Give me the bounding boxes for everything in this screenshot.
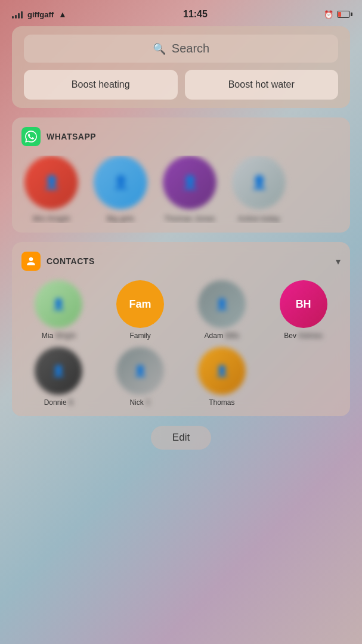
contact-bev[interactable]: BH Bev Holmes bbox=[266, 280, 341, 340]
contact-name-adam: Adam Mills bbox=[205, 332, 240, 340]
contacts-icon bbox=[21, 252, 41, 271]
avatar-thomas: 👤 bbox=[198, 347, 246, 395]
search-bar[interactable]: 🔍 Search bbox=[24, 35, 338, 63]
quick-actions: Boost heating Boost hot water bbox=[24, 70, 338, 100]
battery-body bbox=[337, 11, 350, 18]
carrier-label: giffgaff bbox=[27, 10, 54, 19]
wa-contact-name-2: Big girls bbox=[107, 214, 134, 223]
avatar-adam: 👤 bbox=[198, 280, 246, 328]
wa-avatar-3: 👤 bbox=[163, 156, 216, 209]
avatar-nick: 👤 bbox=[116, 347, 164, 395]
wa-avatar-placeholder-3: 👤 bbox=[163, 156, 216, 209]
thomas-avatar-content: 👤 bbox=[215, 364, 228, 377]
contact-name-bev: Bev Holmes bbox=[284, 332, 323, 340]
family-avatar-content: Fam bbox=[129, 298, 151, 311]
alarm-icon: ⏰ bbox=[324, 10, 333, 19]
wa-avatar-4: 👤 bbox=[232, 156, 286, 209]
avatar-family: Fam bbox=[116, 280, 164, 328]
avatar-mia: 👤 bbox=[35, 280, 82, 328]
status-bar: giffgaff ▲ 11:45 ⏰ bbox=[0, 0, 362, 26]
avatar-donnie: 👤 bbox=[35, 347, 82, 395]
wa-avatar-placeholder-2: 👤 bbox=[94, 156, 147, 209]
donnie-avatar-content: 👤 bbox=[52, 364, 65, 377]
contact-thomas[interactable]: 👤 Thomas bbox=[185, 347, 259, 407]
contacts-widget: CONTACTS ▾ 👤 Mia Wright Fam Family bbox=[12, 242, 350, 416]
wa-contact-3[interactable]: 👤 Thomas Jones bbox=[160, 156, 219, 223]
contacts-row-2: 👤 Donnie B 👤 Nick C 👤 Thomas bbox=[21, 347, 341, 407]
contact-name-donnie: Donnie B bbox=[44, 398, 73, 407]
wa-contact-2[interactable]: 👤 Big girls bbox=[91, 156, 150, 223]
contact-name-mia: Mia Wright bbox=[42, 332, 76, 340]
edit-container: Edit bbox=[12, 426, 350, 462]
contact-name-nick: Nick C bbox=[129, 398, 150, 407]
wa-contact-name-3: Thomas Jones bbox=[164, 214, 215, 223]
boost-hot-water-button[interactable]: Boost hot water bbox=[185, 70, 339, 100]
wa-avatar-placeholder-1: 👤 bbox=[24, 156, 78, 209]
adam-avatar-content: 👤 bbox=[215, 298, 228, 311]
wifi-icon: ▲ bbox=[58, 10, 67, 19]
wa-contact-name-4: Active today bbox=[238, 214, 280, 223]
contact-name-thomas: Thomas bbox=[209, 398, 234, 407]
wa-avatar-1: 👤 bbox=[24, 156, 78, 209]
bev-avatar-content: BH bbox=[296, 298, 311, 311]
whatsapp-contacts-list: 👤 Mrs Knight 👤 Big girls 👤 Thomas Jones … bbox=[21, 156, 341, 223]
wa-contact-4[interactable]: 👤 Active today bbox=[229, 156, 289, 223]
mia-avatar-content: 👤 bbox=[52, 298, 65, 311]
contact-donnie[interactable]: 👤 Donnie B bbox=[21, 347, 96, 407]
whatsapp-title: WHATSAPP bbox=[47, 132, 96, 141]
contact-mia[interactable]: 👤 Mia Wright bbox=[21, 280, 96, 340]
contacts-header: CONTACTS ▾ bbox=[21, 252, 341, 271]
contact-family[interactable]: Fam Family bbox=[103, 280, 178, 340]
main-content: 🔍 Search Boost heating Boost hot water W… bbox=[0, 26, 362, 473]
nick-avatar-content: 👤 bbox=[134, 364, 147, 377]
search-section: 🔍 Search Boost heating Boost hot water bbox=[12, 26, 350, 108]
chevron-down-icon[interactable]: ▾ bbox=[336, 256, 341, 267]
avatar-bev: BH bbox=[280, 280, 327, 328]
battery-indicator bbox=[337, 11, 350, 18]
contact-name-family: Family bbox=[129, 332, 150, 340]
time-display: 11:45 bbox=[183, 9, 208, 20]
edit-button[interactable]: Edit bbox=[151, 426, 211, 450]
wa-avatar-placeholder-4: 👤 bbox=[232, 156, 286, 209]
status-left: giffgaff ▲ bbox=[12, 10, 67, 19]
whatsapp-widget: WHATSAPP 👤 Mrs Knight 👤 Big girls 👤 Thom… bbox=[12, 117, 350, 233]
signal-bars bbox=[12, 10, 23, 18]
wa-avatar-2: 👤 bbox=[94, 156, 147, 209]
contact-adam[interactable]: 👤 Adam Mills bbox=[185, 280, 259, 340]
boost-heating-button[interactable]: Boost heating bbox=[24, 70, 178, 100]
contact-empty bbox=[266, 347, 341, 407]
whatsapp-icon bbox=[21, 127, 41, 146]
contacts-title: CONTACTS bbox=[47, 256, 95, 266]
status-right: ⏰ bbox=[324, 10, 350, 19]
battery-fill bbox=[338, 12, 341, 17]
search-icon: 🔍 bbox=[153, 42, 166, 55]
wa-contact-name-1: Mrs Knight bbox=[33, 214, 70, 223]
contact-nick[interactable]: 👤 Nick C bbox=[103, 347, 178, 407]
whatsapp-header: WHATSAPP bbox=[21, 127, 341, 146]
wa-contact-1[interactable]: 👤 Mrs Knight bbox=[21, 156, 81, 223]
contacts-row-1: 👤 Mia Wright Fam Family 👤 Adam Mills bbox=[21, 280, 341, 340]
search-label: Search bbox=[172, 42, 209, 55]
